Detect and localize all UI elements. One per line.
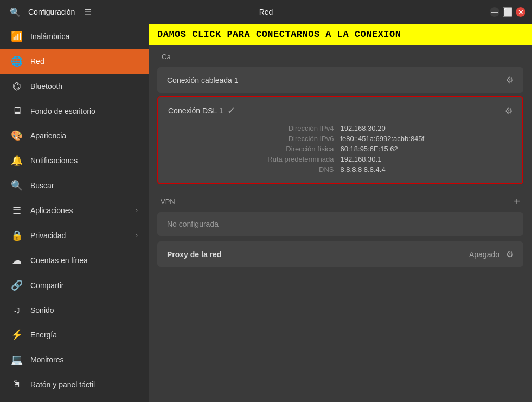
titlebar: 🔍 Configuración ☰ Red — ⬜ ✕ (0, 0, 532, 24)
sidebar-item-fondo[interactable]: 🖥Fondo de escritorio (0, 99, 149, 123)
sidebar-icon-sonido: ♫ (11, 304, 23, 316)
sidebar-item-compartir[interactable]: 🔗Compartir (0, 273, 149, 298)
sidebar-item-bluetooth[interactable]: ⌬Bluetooth (0, 74, 149, 99)
detail-value: 192.168.30.20 (341, 124, 513, 132)
sidebar-label-sonido: Sonido (30, 306, 138, 315)
detail-label: Dirección IPv6 (168, 135, 341, 143)
sidebar-label-privacidad: Privacidad (30, 231, 128, 240)
sidebar-label-raton: Ratón y panel táctil (30, 380, 138, 389)
search-icon: 🔍 (10, 7, 21, 17)
sidebar-item-buscar[interactable]: 🔍Buscar (0, 173, 149, 198)
search-button[interactable]: 🔍 (7, 3, 24, 21)
main-layout: 📶Inalámbrica🌐Red⌬Bluetooth🖥Fondo de escr… (0, 24, 532, 402)
sidebar-icon-red: 🌐 (11, 55, 23, 67)
proxy-label: Proxy de la red (167, 250, 221, 259)
detail-value: fe80::451a:6992:acbb:845f (341, 135, 513, 143)
dsl-settings-icon[interactable]: ⚙ (505, 106, 512, 116)
sidebar-item-monitores[interactable]: 💻Monitores (0, 347, 149, 372)
detail-label: Dirección física (168, 145, 341, 153)
sidebar-item-sonido[interactable]: ♫Sonido (0, 298, 149, 322)
detail-label: Ruta predeterminada (168, 155, 341, 163)
vpn-add-button[interactable]: + (514, 195, 520, 208)
sidebar-label-apariencia: Apariencia (30, 131, 138, 140)
sidebar: 📶Inalámbrica🌐Red⌬Bluetooth🖥Fondo de escr… (0, 24, 149, 402)
wired-settings-icon[interactable]: ⚙ (506, 75, 514, 85)
sidebar-item-energia[interactable]: ⚡Energía (0, 322, 149, 347)
sidebar-icon-buscar: 🔍 (11, 180, 23, 192)
annotation-banner: DAMOS CLICK PARA CONECTARNOS A LA CONEXI… (149, 24, 532, 45)
proxy-settings-icon[interactable]: ⚙ (506, 249, 514, 259)
sidebar-icon-compartir: 🔗 (11, 279, 23, 291)
sidebar-arrow-aplicaciones: › (136, 207, 138, 214)
wired-connection-item[interactable]: Conexión cableada 1 ⚙ (157, 67, 523, 93)
dsl-card-header: Conexión DSL 1 ✓ ⚙ (168, 105, 512, 117)
sidebar-icon-bluetooth: ⌬ (11, 80, 23, 92)
dsl-title-group: Conexión DSL 1 ✓ (168, 105, 235, 117)
sidebar-item-apariencia[interactable]: 🎨Apariencia (0, 123, 149, 148)
sidebar-label-buscar: Buscar (30, 181, 138, 190)
sidebar-item-privacidad[interactable]: 🔒Privacidad› (0, 223, 149, 248)
window-controls: — ⬜ ✕ (490, 7, 525, 17)
sidebar-icon-privacidad: 🔒 (11, 229, 23, 241)
sidebar-label-aplicaciones: Aplicaciones (30, 206, 128, 215)
window-title: Red (259, 8, 273, 16)
detail-value: 8.8.8.8 8.8.4.4 (341, 165, 513, 174)
vpn-label: VPN (161, 197, 175, 206)
dsl-label: Conexión DSL 1 (168, 106, 223, 115)
detail-label: Dirección IPv4 (168, 124, 341, 132)
menu-icon: ☰ (84, 7, 92, 17)
sidebar-label-bluetooth: Bluetooth (30, 82, 138, 91)
sidebar-item-red[interactable]: 🌐Red (0, 49, 149, 74)
dsl-details: Dirección IPv4192.168.30.20Dirección IPv… (168, 122, 512, 176)
vpn-no-config: No configurada (157, 212, 523, 236)
proxy-item[interactable]: Proxy de la red Apagado ⚙ (157, 241, 523, 267)
sidebar-label-compartir: Compartir (30, 281, 138, 290)
section-label: Ca (149, 45, 532, 64)
menu-button[interactable]: ☰ (79, 3, 97, 21)
sidebar-icon-fondo: 🖥 (11, 105, 23, 117)
sidebar-icon-energia: ⚡ (11, 329, 23, 341)
sidebar-label-inalambrica: Inalámbrica (30, 32, 138, 41)
maximize-button[interactable]: ⬜ (503, 7, 512, 17)
sidebar-icon-cuentas: ☁ (11, 254, 23, 266)
sidebar-arrow-privacidad: › (136, 232, 138, 239)
sidebar-item-aplicaciones[interactable]: ☰Aplicaciones› (0, 198, 149, 223)
sidebar-label-notificaciones: Notificaciones (30, 156, 138, 165)
proxy-status: Apagado (469, 250, 499, 259)
checkmark-icon: ✓ (227, 105, 235, 117)
app-name: Configuración (28, 8, 75, 16)
proxy-right: Apagado ⚙ (469, 249, 514, 259)
sidebar-label-energia: Energía (30, 330, 138, 339)
sidebar-label-fondo: Fondo de escritorio (30, 107, 138, 116)
sidebar-icon-aplicaciones: ☰ (11, 205, 23, 216)
vpn-header: VPN + (157, 191, 523, 212)
sidebar-icon-apariencia: 🎨 (11, 130, 23, 142)
sidebar-icon-inalambrica: 📶 (11, 30, 23, 42)
content-area: DAMOS CLICK PARA CONECTARNOS A LA CONEXI… (149, 24, 532, 402)
sidebar-icon-raton: 🖱 (11, 379, 23, 390)
sidebar-item-raton[interactable]: 🖱Ratón y panel táctil (0, 372, 149, 397)
detail-label: DNS (168, 165, 341, 174)
dsl-connection-card[interactable]: Conexión DSL 1 ✓ ⚙ Dirección IPv4192.168… (157, 96, 523, 184)
detail-value: 192.168.30.1 (341, 155, 513, 163)
sidebar-label-red: Red (30, 57, 138, 66)
minimize-button[interactable]: — (490, 7, 499, 17)
vpn-section: VPN + No configurada (157, 191, 523, 236)
sidebar-item-notificaciones[interactable]: 🔔Notificaciones (0, 148, 149, 173)
sidebar-icon-notificaciones: 🔔 (11, 155, 23, 167)
sidebar-icon-monitores: 💻 (11, 354, 23, 366)
detail-value: 60:18:95:6E:15:62 (341, 145, 513, 153)
sidebar-item-cuentas[interactable]: ☁Cuentas en línea (0, 248, 149, 273)
close-button[interactable]: ✕ (516, 7, 525, 17)
sidebar-label-monitores: Monitores (30, 355, 138, 364)
wired-connection-label: Conexión cableada 1 (167, 76, 239, 85)
proxy-section: Proxy de la red Apagado ⚙ (157, 241, 523, 267)
sidebar-item-inalambrica[interactable]: 📶Inalámbrica (0, 24, 149, 49)
sidebar-label-cuentas: Cuentas en línea (30, 256, 138, 265)
